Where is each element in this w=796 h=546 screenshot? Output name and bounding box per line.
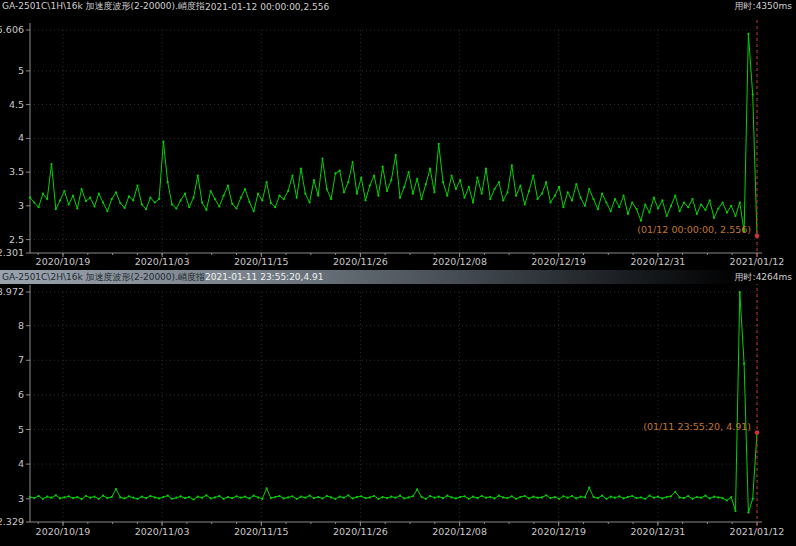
svg-text:2020/11/26: 2020/11/26 (333, 526, 388, 537)
svg-text:2.5: 2.5 (9, 234, 24, 245)
cursor-timestamp-value: 2021-01-12 00:00:00,2.556 (205, 2, 329, 12)
svg-text:5.606: 5.606 (0, 24, 24, 35)
svg-text:6: 6 (18, 389, 24, 400)
svg-text:2020/11/03: 2020/11/03 (135, 256, 190, 267)
svg-text:(01/11 23:55:20, 4.91): (01/11 23:55:20, 4.91) (643, 421, 751, 432)
svg-text:2020/12/08: 2020/12/08 (432, 526, 487, 537)
svg-text:8: 8 (18, 320, 24, 331)
cursor-timestamp-value: 2021-01-11 23:55:20,4.91 (205, 272, 324, 282)
trend-chart-bottom[interactable]: 3456788.9722.3292020/10/192020/11/032020… (0, 284, 796, 546)
chart-header-bottom-selected[interactable]: GA-2501C\2H\16k 加速度波形(2-20000).峭度指标 2021… (0, 270, 796, 284)
svg-text:2020/12/31: 2020/12/31 (631, 526, 686, 537)
svg-text:2020/10/19: 2020/10/19 (36, 526, 91, 537)
svg-text:2020/11/15: 2020/11/15 (234, 256, 289, 267)
chart-panel-bottom: GA-2501C\2H\16k 加速度波形(2-20000).峭度指标 2021… (0, 270, 796, 546)
svg-text:2020/12/19: 2020/12/19 (531, 256, 586, 267)
svg-text:2021/01/12: 2021/01/12 (730, 256, 785, 267)
vibration-trend-window: GA-2501C\1H\16k 加速度波形(2-20000).峭度指标 2021… (0, 0, 796, 546)
svg-text:3.5: 3.5 (9, 166, 24, 177)
svg-text:2.329: 2.329 (0, 516, 24, 527)
svg-text:2020/12/08: 2020/12/08 (432, 256, 487, 267)
svg-text:5: 5 (18, 65, 24, 76)
svg-text:2020/11/03: 2020/11/03 (135, 526, 190, 537)
svg-text:4.5: 4.5 (9, 99, 24, 110)
elapsed-time-label: 用时:4264ms (735, 271, 796, 284)
svg-text:(01/12 00:00:00, 2.556): (01/12 00:00:00, 2.556) (637, 224, 751, 235)
chart-title: GA-2501C\2H\16k 加速度波形(2-20000).峭度指标 (2, 271, 205, 284)
chart-panel-top: GA-2501C\1H\16k 加速度波形(2-20000).峭度指标 2021… (0, 0, 796, 270)
svg-text:3: 3 (18, 200, 24, 211)
svg-text:5: 5 (18, 424, 24, 435)
svg-text:2020/12/19: 2020/12/19 (531, 526, 586, 537)
svg-text:4: 4 (18, 458, 24, 469)
chart-header-top[interactable]: GA-2501C\1H\16k 加速度波形(2-20000).峭度指标 2021… (0, 0, 796, 13)
trend-chart-top[interactable]: 2.533.544.555.6062.3012020/10/192020/11/… (0, 13, 796, 270)
svg-text:3: 3 (18, 493, 24, 504)
svg-text:2020/12/31: 2020/12/31 (631, 256, 686, 267)
svg-text:2.301: 2.301 (0, 247, 24, 258)
chart-title: GA-2501C\1H\16k 加速度波形(2-20000).峭度指标 (2, 0, 205, 13)
svg-text:4: 4 (18, 132, 24, 143)
svg-text:8.972: 8.972 (0, 286, 24, 297)
elapsed-time-label: 用时:4350ms (735, 0, 796, 13)
svg-text:2021/01/12: 2021/01/12 (730, 526, 785, 537)
svg-text:2020/10/19: 2020/10/19 (36, 256, 91, 267)
svg-text:2020/11/15: 2020/11/15 (234, 526, 289, 537)
svg-text:7: 7 (18, 354, 24, 365)
svg-text:2020/11/26: 2020/11/26 (333, 256, 388, 267)
